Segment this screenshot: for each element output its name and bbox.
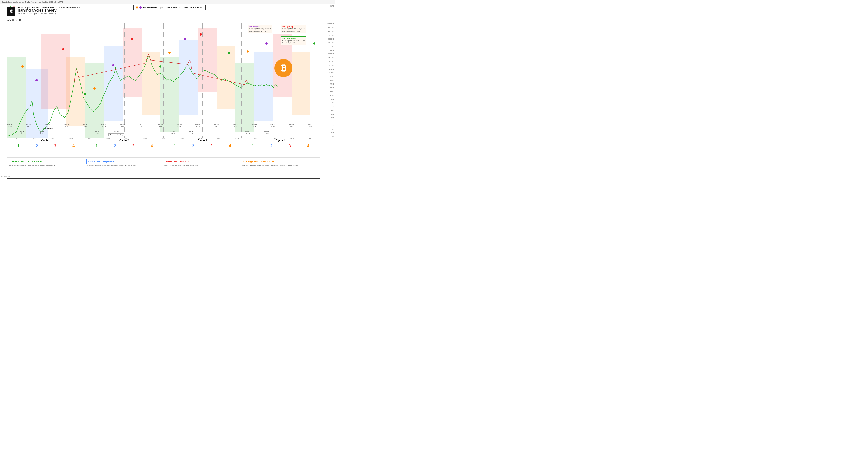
y-0p03: 0.03: [320, 132, 334, 134]
c4-num-2: 2: [270, 144, 272, 149]
logo-title-group: Halving Cycles Theory (November 28th Cyc…: [18, 8, 57, 15]
dot-c1-early-top: [22, 65, 24, 68]
y-29: 29.00: [320, 87, 334, 89]
y-2600: 2600.00: [320, 53, 334, 55]
y-125: 125.00: [320, 76, 334, 77]
red-year-label: 3 Red Year = New ATH: [166, 160, 189, 163]
y-2p4: 2.40: [320, 106, 334, 108]
second-halving: Second Halving: [108, 133, 124, 136]
green-year-label: 1 Green Year = Accumulation: [10, 160, 41, 163]
date-2023: Nov 282023: [252, 124, 256, 128]
date-2015: Nov 282015: [101, 124, 106, 128]
date-2014: Nov 282014: [83, 124, 88, 128]
y-17: 17.00: [320, 91, 334, 92]
y-10: 10.00: [320, 94, 334, 96]
first-halving: First Halving: [42, 127, 53, 129]
y-47: 47.00: [320, 83, 334, 85]
date-2025: Nov 282025: [289, 124, 294, 128]
c3-num-3: 3: [210, 144, 213, 149]
chart-title: Halving Cycles Theory: [18, 8, 57, 12]
blue-year-desc: Time Spent Around Median | Price Advance…: [86, 164, 162, 166]
dot-c4-purple: [266, 42, 268, 44]
y-84000: 84000.00: [320, 31, 334, 32]
legend-right-text: Bitcoin Early Tops = Average +/- 21 Days…: [143, 6, 203, 9]
c1-num-1: 1: [18, 144, 20, 149]
c3-num-4: 4: [229, 144, 231, 149]
yr-2024: 2024: [246, 138, 265, 141]
dot-purple: [140, 6, 142, 8]
yr-2012: 2012: [25, 138, 43, 141]
c4-num-1: 1: [252, 144, 254, 149]
logo-area: ₡ Halving Cycles Theory (November 28th C…: [7, 7, 57, 16]
top-bar-text: CryptoCon, published on TradingView.com,…: [2, 1, 64, 3]
yr-2026: 2026: [283, 138, 301, 141]
date-2026: Nov 282026: [308, 124, 313, 128]
info-cycle-line2: Expected price: 90 - 150k: [282, 30, 305, 32]
july-2015: July 9th,2015: [95, 131, 101, 134]
top-bar: CryptoCon, published on TradingView.com,…: [0, 0, 335, 4]
date-2020: Nov 282020: [195, 124, 200, 128]
date-2024: Nov 282024: [270, 124, 275, 128]
cycle-2-numbers: 1 2 3 4: [85, 143, 163, 150]
y-0p85: 0.85: [320, 113, 334, 115]
y-4400: 4400.00: [320, 49, 334, 51]
date-2013: Nov 282013: [64, 124, 69, 128]
c4-num-4: 4: [307, 144, 309, 149]
info-box-early-top: Next Early Top = +/- 21 days from July 9…: [248, 25, 272, 33]
date-2010: Nov 282010: [7, 124, 12, 128]
c2-num-3: 3: [132, 144, 134, 149]
yr-2015: 2015: [81, 138, 99, 141]
july-2019: July 9th,2019: [170, 131, 176, 134]
logo-box: ₡: [7, 7, 16, 16]
price-chart-svg: [7, 23, 320, 138]
y-140000: 140000.00: [320, 27, 334, 29]
cycle-1-numbers: 1 2 3 4: [7, 143, 85, 150]
c2-num-1: 1: [95, 144, 98, 149]
y-0p30: 0.30: [320, 121, 334, 122]
info-early-title: Next Early Top =: [249, 26, 271, 28]
y-205: 205.00: [320, 72, 334, 73]
dot-c3-purple: [184, 38, 186, 40]
y-1600: 1600.00: [320, 57, 334, 59]
date-2019: Nov 282019: [177, 124, 182, 128]
info-cycle-line1: +/- 21 days from Nov 28th, 2025: [282, 28, 305, 30]
blue-year-box: 2 Blue Year = Preparation Time Spent Aro…: [86, 158, 162, 166]
btc-symbol: ₿: [281, 63, 286, 73]
chart-area: Next Early Top = +/- 21 days from July 9…: [7, 23, 320, 138]
c2-num-4: 4: [151, 144, 153, 149]
y-label: BTC: [322, 5, 334, 7]
dot-c2-purple: [112, 64, 114, 66]
y-0p08: 0.08: [320, 128, 334, 130]
info-bottom-line2: Expected price: 17k: [282, 42, 305, 44]
yr-2017: 2017: [117, 138, 135, 141]
dot-c2-green: [159, 65, 161, 68]
bottom-years: 2011 2012 2013 2014 2015 2016 2017 2018 …: [7, 138, 320, 141]
yr-2027: 2027: [302, 138, 320, 141]
red-year-desc: New ATHs Made | Cycle Top Comes end of Y…: [164, 164, 240, 166]
yr-2011: 2011: [7, 138, 25, 141]
red-year-box: 3 Red Year = New ATH New ATHs Made | Cyc…: [164, 158, 240, 166]
cycle-3-numbers: 1 2 3 4: [163, 143, 241, 150]
year-labels-row: 1 Green Year = Accumulation Best Cycle B…: [7, 157, 320, 167]
yr-2018: 2018: [135, 138, 154, 141]
y-0p50: 0.50: [320, 117, 334, 119]
c3-num-1: 1: [174, 144, 176, 149]
date-2016: Nov 282016: [120, 124, 125, 128]
july-2023: July 9th,2023: [245, 131, 251, 134]
c1-num-3: 3: [54, 144, 56, 149]
y-0p01: 0.01: [320, 136, 334, 138]
dot-c4-green: [313, 42, 315, 44]
dot-c4-orange: [247, 51, 249, 53]
yr-2016: 2016: [99, 138, 117, 141]
yr-2014: 2014: [62, 138, 80, 141]
dot-c1-green-bottom: [84, 93, 86, 95]
yr-2021: 2021: [191, 138, 209, 141]
y-6p5: 6.50: [320, 98, 334, 100]
y-3p9: 3.90: [320, 102, 334, 103]
july-2011: July 9th,2011: [20, 131, 25, 134]
y-585: 585.00: [320, 64, 334, 66]
dot-c2-red-top: [131, 38, 133, 40]
date-2021: Nov 282021: [214, 124, 219, 128]
tradingview-badge: TradingView: [1, 176, 11, 178]
x-axis-dates: Nov 282010 Nov 282011 Nov 282012 Nov 282…: [7, 124, 320, 138]
